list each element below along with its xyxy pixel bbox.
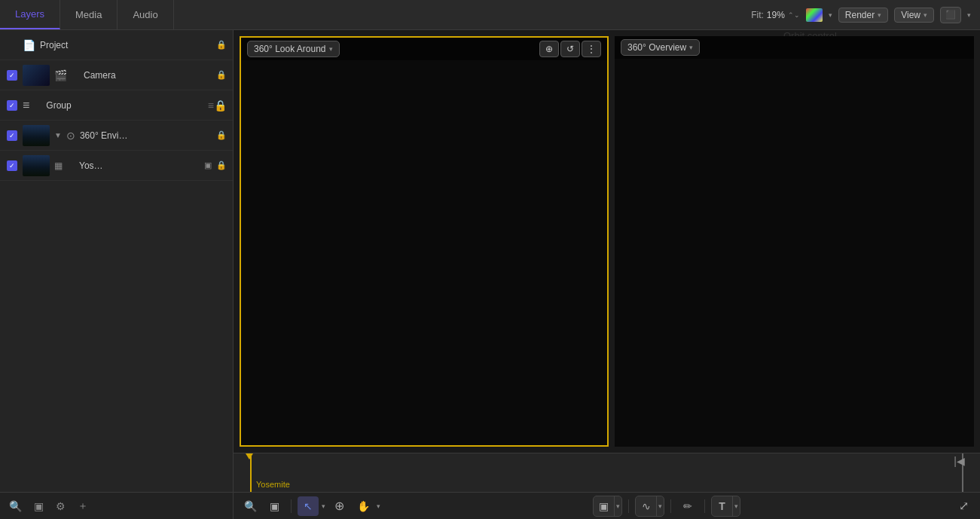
settings-icon[interactable]: ⚙ (56, 500, 66, 512)
layer-lock-group: ≡🔒 (208, 99, 227, 111)
color-picker-icon[interactable] (806, 8, 823, 22)
fit-chevron-icon: ⌃⌄ (788, 11, 800, 19)
orbit-tool-btn[interactable]: ⊕ (328, 496, 350, 516)
layers-bottom-toolbar: 🔍 ▣ ⚙ ＋ (0, 492, 233, 519)
secondary-dropdown-chevron: ▾ (689, 44, 693, 51)
view-chevron-icon: ▾ (924, 11, 927, 19)
layer-check-project[interactable] (6, 39, 18, 51)
layer-name-env360: 360° Envi… (80, 130, 212, 141)
tool-separator-2 (628, 499, 629, 513)
search-icon[interactable]: 🔍 (9, 500, 22, 512)
select-tool-btn[interactable]: ↖ (298, 496, 319, 516)
layer-thumb-yos (23, 155, 50, 176)
add-icon[interactable]: ＋ (78, 499, 88, 513)
orbit-control-btn[interactable]: ↺ (560, 41, 580, 57)
tab-layers[interactable]: Layers (0, 0, 60, 29)
tab-layers-label: Layers (15, 8, 44, 20)
viewport-primary: 360° Look Around ▾ ⊕ ↺ ⋮ (240, 36, 609, 447)
layer-check-yos[interactable]: ✓ (6, 160, 18, 172)
layer-icon-project: 📄 (23, 39, 35, 51)
primary-view-dropdown[interactable]: 360° Look Around ▾ (247, 41, 340, 57)
main-area: 📄 Project 🔒 ✓ 🎬 Camera 🔒 ✓ ≡ Group ≡🔒 (0, 30, 980, 519)
viewport-icon-group: ⊕ ↺ ⋮ (539, 41, 601, 57)
render-chevron-icon: ▾ (878, 11, 881, 19)
hand-chevron: ▾ (377, 502, 380, 510)
layout-icon[interactable]: ▣ (34, 500, 44, 512)
bottom-toolbar: 🔍 ▣ ↖ ▾ ⊕ ✋ ▾ ▣ ▾ ∿ ▾ ✏ T ▾ (234, 492, 980, 519)
color-chevron-icon: ▾ (829, 11, 832, 19)
render-dropdown[interactable]: Render ▾ (838, 8, 888, 23)
layer-item-env360[interactable]: ✓ ▼ ⊙ 360° Envi… 🔒 (0, 121, 233, 151)
layout-tool-btn[interactable]: ▣ (264, 496, 285, 516)
secondary-dropdown-label: 360° Overview (627, 42, 686, 53)
layer-item-project[interactable]: 📄 Project 🔒 (0, 30, 233, 60)
tool-separator-3 (670, 499, 671, 513)
fit-label: Fit: (751, 10, 764, 20)
tab-media-label: Media (75, 9, 102, 20)
rect-tool-btn[interactable]: ▣ (594, 496, 615, 516)
viewport-more-icon[interactable]: ⋮ (582, 41, 601, 57)
tool-separator-4 (704, 499, 705, 513)
layers-panel: 📄 Project 🔒 ✓ 🎬 Camera 🔒 ✓ ≡ Group ≡🔒 (0, 30, 234, 519)
timeline-playhead[interactable] (250, 453, 252, 492)
layer-lock-env360: 🔒 (216, 130, 227, 140)
layer-icon-group: ≡ (23, 99, 29, 112)
hand-tool-btn[interactable]: ✋ (353, 496, 374, 516)
text-tool-btn[interactable]: T (712, 496, 733, 516)
layer-name-camera: Camera (84, 70, 212, 81)
layer-icon-camera: 🎬 (54, 69, 67, 81)
text-chevron: ▾ (733, 502, 740, 510)
canvas-views: 360° Look Around ▾ ⊕ ↺ ⋮ (234, 30, 980, 453)
layer-item-group[interactable]: ✓ ≡ Group ≡🔒 (0, 90, 233, 121)
mask-chevron: ▾ (657, 502, 664, 510)
window-layout-control[interactable]: ⬛ (940, 7, 961, 23)
layer-name-project: Project (40, 40, 212, 50)
tab-group: Layers Media Audio (0, 0, 174, 29)
timeline-area: Yosemite |◀ (234, 453, 980, 492)
search-tool-btn[interactable]: 🔍 (240, 496, 261, 516)
layer-lock-yos: 🔒 (216, 160, 227, 170)
layer-thumb-camera (23, 65, 50, 86)
top-bar-controls: Fit: 19% ⌃⌄ ▾ Render ▾ View ▾ ⬛ ▾ (751, 7, 980, 23)
layer-expand-env360[interactable]: ▼ (54, 131, 62, 139)
timeline-bar[interactable]: Yosemite |◀ (234, 453, 980, 492)
layer-check-group[interactable]: ✓ (6, 99, 18, 111)
viewport-move-icon[interactable]: ⊕ (539, 41, 559, 57)
layer-icon-yos: ▦ (54, 160, 63, 171)
layer-badge-yos: ▣ (204, 160, 212, 170)
view-label: View (901, 10, 920, 20)
shape-tools-group: ▣ ▾ (593, 496, 622, 517)
rect-chevron: ▾ (615, 502, 621, 510)
layer-thumb-env360 (23, 125, 50, 146)
layer-check-camera[interactable]: ✓ (6, 69, 18, 81)
layer-item-camera[interactable]: ✓ 🎬 Camera 🔒 (0, 60, 233, 90)
layer-item-yos[interactable]: ✓ ▦ Yos… ▣ 🔒 (0, 151, 233, 181)
pen-tool-btn[interactable]: ✏ (677, 496, 698, 516)
tab-audio[interactable]: Audio (118, 0, 173, 29)
check-mark-camera: ✓ (7, 70, 17, 81)
viewport-secondary-header: 360° Overview ▾ (615, 36, 974, 59)
top-bar: Layers Media Audio Fit: 19% ⌃⌄ ▾ Render … (0, 0, 980, 30)
expand-tool-btn[interactable]: ⤢ (953, 496, 974, 516)
tool-separator-1 (291, 499, 292, 513)
check-mark-yos: ✓ (7, 160, 17, 171)
window-chevron-icon: ▾ (967, 11, 971, 19)
view-dropdown[interactable]: View ▾ (894, 8, 934, 23)
timeline-end-icon: |◀ (954, 455, 965, 467)
canvas-area: Orbit control 360° Look Around ▾ ⊕ ↺ ⋮ (234, 30, 980, 519)
mask-tool-btn[interactable]: ∿ (636, 496, 657, 516)
check-mark-group: ✓ (7, 100, 17, 111)
tab-media[interactable]: Media (60, 0, 118, 29)
viewport-secondary: 360° Overview ▾ (615, 36, 974, 447)
layer-check-env360[interactable]: ✓ (6, 130, 18, 142)
fit-control: Fit: 19% ⌃⌄ (751, 10, 800, 20)
secondary-view-dropdown[interactable]: 360° Overview ▾ (621, 39, 700, 56)
tab-audio-label: Audio (133, 9, 157, 20)
fit-value: 19% (767, 10, 785, 20)
layer-name-yos: Yos… (79, 160, 200, 171)
layer-lock-project: 🔒 (216, 40, 227, 50)
layer-icon-env360: ⊙ (66, 130, 75, 142)
layer-name-group: Group (46, 100, 203, 111)
layer-lock-camera: 🔒 (216, 70, 227, 80)
text-tools-group: T ▾ (711, 496, 740, 517)
